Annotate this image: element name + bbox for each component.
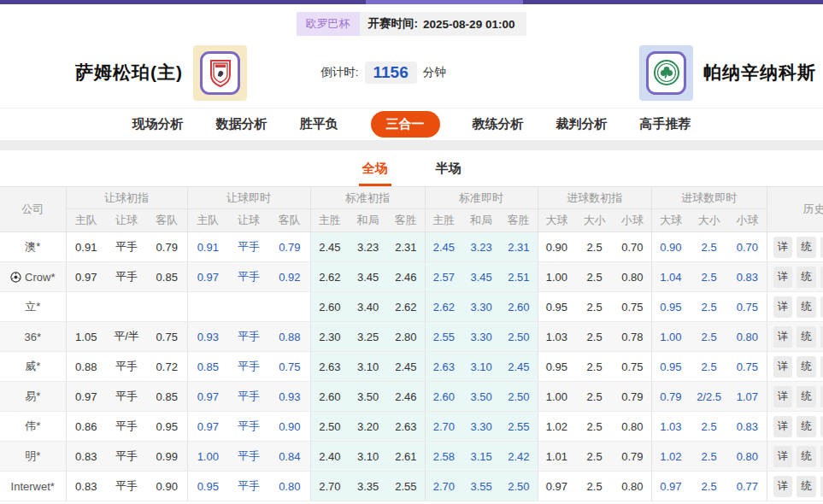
company-name[interactable]: 易* xyxy=(25,390,40,402)
odds-cell-std_live[interactable]: 2.55 xyxy=(500,412,538,442)
odds-cell-goals_live[interactable]: 0.70 xyxy=(728,232,767,262)
odds-cell-goals_live[interactable]: 0.83 xyxy=(728,262,767,292)
odds-cell-std_live[interactable]: 3.55 xyxy=(462,472,500,501)
nav-tab-5[interactable]: 教练分析 xyxy=(473,116,524,132)
odds-cell-handicap_live[interactable]: 0.80 xyxy=(269,472,310,501)
odds-cell-std_live[interactable]: 2.51 xyxy=(500,262,538,292)
history-button-2[interactable]: 统 xyxy=(797,476,816,497)
history-button-2[interactable]: 统 xyxy=(797,237,816,258)
history-button-1[interactable]: 详 xyxy=(773,326,793,348)
odds-cell-goals_live[interactable]: 0.90 xyxy=(651,232,690,262)
odds-cell-handicap_live[interactable]: 0.79 xyxy=(269,232,310,262)
history-button-3[interactable]: 凯 xyxy=(820,296,823,318)
odds-cell-handicap_live[interactable]: 0.93 xyxy=(269,382,310,412)
odds-cell-goals_live[interactable]: 1.02 xyxy=(651,442,690,472)
odds-cell-std_live[interactable]: 3.45 xyxy=(462,262,500,292)
company-cell[interactable]: 明* xyxy=(0,442,66,472)
odds-cell-handicap_live[interactable]: 0.84 xyxy=(269,442,310,472)
history-button-3[interactable]: 凯 xyxy=(820,386,823,407)
odds-cell-std_live[interactable]: 3.30 xyxy=(462,412,500,442)
company-cell[interactable]: 伟* xyxy=(0,412,66,442)
history-button-1[interactable]: 详 xyxy=(773,237,793,258)
odds-cell-handicap_live[interactable]: 0.88 xyxy=(269,322,310,352)
odds-cell-handicap_live[interactable]: 0.91 xyxy=(187,232,228,262)
odds-cell-std_live[interactable]: 2.45 xyxy=(425,232,462,262)
history-button-3[interactable]: 凯 xyxy=(820,267,823,288)
odds-cell-handicap_live[interactable]: 1.00 xyxy=(187,442,228,472)
odds-cell-std_live[interactable]: 2.31 xyxy=(500,232,538,262)
odds-cell-std_live[interactable]: 2.70 xyxy=(425,472,462,501)
history-button-2[interactable]: 统 xyxy=(797,356,816,378)
history-button-3[interactable]: 凯 xyxy=(820,446,823,467)
odds-cell-goals_live[interactable]: 1.04 xyxy=(651,262,690,292)
odds-cell-handicap_live[interactable]: 0.85 xyxy=(187,352,228,382)
company-name[interactable]: 伟* xyxy=(25,419,40,432)
nav-tab-7[interactable]: 高手推荐 xyxy=(640,116,691,132)
odds-cell-goals_live[interactable]: 0.95 xyxy=(651,292,690,322)
odds-cell-handicap_live[interactable]: 平手 xyxy=(228,232,269,262)
odds-cell-std_live[interactable]: 2.50 xyxy=(500,382,538,412)
history-button-3[interactable]: 凯 xyxy=(820,326,823,348)
history-button-3[interactable]: 凯 xyxy=(820,237,823,258)
company-name[interactable]: Interwet* xyxy=(11,480,55,493)
nav-tab-6[interactable]: 裁判分析 xyxy=(556,116,608,132)
odds-cell-goals_live[interactable]: 2.5 xyxy=(690,322,728,352)
odds-cell-goals_live[interactable]: 2.5 xyxy=(690,352,728,382)
history-button-1[interactable]: 详 xyxy=(773,476,793,497)
company-cell[interactable]: 立* xyxy=(0,292,66,322)
odds-cell-std_live[interactable]: 2.63 xyxy=(425,352,462,382)
odds-cell-std_live[interactable]: 3.23 xyxy=(462,232,500,262)
odds-cell-goals_live[interactable]: 2.5 xyxy=(690,412,728,442)
odds-cell-handicap_live[interactable]: 0.92 xyxy=(269,262,310,292)
odds-cell-goals_live[interactable]: 2/2.5 xyxy=(690,382,728,412)
odds-cell-std_live[interactable]: 2.50 xyxy=(500,472,538,501)
odds-cell-goals_live[interactable]: 0.80 xyxy=(728,322,767,352)
history-button-2[interactable]: 统 xyxy=(797,386,816,407)
odds-cell-handicap_live[interactable]: 平手 xyxy=(228,382,269,412)
odds-cell-std_live[interactable]: 2.42 xyxy=(500,442,538,472)
nav-tab-4[interactable]: 三合一 xyxy=(371,111,440,138)
company-cell[interactable]: 澳* xyxy=(0,232,66,262)
odds-cell-goals_live[interactable]: 0.75 xyxy=(728,292,767,322)
nav-tab-3[interactable]: 胜平负 xyxy=(300,116,338,132)
company-name[interactable]: 立* xyxy=(25,300,40,313)
odds-cell-std_live[interactable]: 2.55 xyxy=(425,322,462,352)
odds-cell-goals_live[interactable]: 2.5 xyxy=(690,472,728,501)
odds-cell-handicap_live[interactable]: 平手 xyxy=(228,352,269,382)
odds-cell-std_live[interactable]: 2.60 xyxy=(500,292,538,322)
company-name[interactable]: 澳* xyxy=(25,240,40,253)
odds-cell-handicap_live[interactable]: 平手 xyxy=(228,442,269,472)
nav-tab-1[interactable]: 现场分析 xyxy=(132,116,184,132)
history-button-3[interactable]: 凯 xyxy=(820,356,823,378)
history-button-2[interactable]: 统 xyxy=(797,296,816,318)
odds-cell-handicap_live[interactable]: 0.95 xyxy=(187,472,228,501)
odds-cell-handicap_live[interactable]: 平手 xyxy=(228,322,269,352)
odds-cell-std_live[interactable]: 2.58 xyxy=(425,442,462,472)
odds-cell-std_live[interactable]: 2.45 xyxy=(500,352,538,382)
odds-cell-goals_live[interactable]: 1.07 xyxy=(728,382,767,412)
company-cell[interactable]: 易* xyxy=(0,382,66,412)
odds-cell-goals_live[interactable]: 0.80 xyxy=(728,442,767,472)
company-name[interactable]: 36* xyxy=(24,331,41,343)
history-button-1[interactable]: 详 xyxy=(773,267,793,288)
odds-cell-goals_live[interactable]: 0.97 xyxy=(651,472,690,501)
odds-cell-handicap_live[interactable]: 平手 xyxy=(228,412,269,442)
odds-cell-handicap_live[interactable]: 0.97 xyxy=(187,262,228,292)
odds-cell-goals_live[interactable]: 0.75 xyxy=(728,352,767,382)
history-button-1[interactable]: 详 xyxy=(773,296,793,318)
company-cell[interactable]: 36* xyxy=(0,322,66,352)
company-name[interactable]: 威* xyxy=(25,360,40,372)
history-button-1[interactable]: 详 xyxy=(773,386,793,407)
odds-cell-goals_live[interactable]: 2.5 xyxy=(690,262,728,292)
odds-cell-std_live[interactable]: 2.57 xyxy=(425,262,462,292)
odds-cell-goals_live[interactable]: 0.95 xyxy=(651,352,690,382)
odds-cell-goals_live[interactable]: 1.03 xyxy=(651,412,690,442)
odds-cell-goals_live[interactable]: 2.5 xyxy=(690,442,728,472)
company-cell[interactable]: 威* xyxy=(0,352,66,382)
odds-cell-goals_live[interactable]: 0.77 xyxy=(728,472,767,501)
odds-cell-goals_live[interactable]: 2.5 xyxy=(690,292,728,322)
odds-cell-std_live[interactable]: 3.30 xyxy=(462,292,500,322)
odds-cell-goals_live[interactable]: 0.83 xyxy=(728,412,767,442)
odds-cell-handicap_live[interactable]: 0.97 xyxy=(187,382,228,412)
odds-cell-handicap_live[interactable]: 0.75 xyxy=(269,352,310,382)
